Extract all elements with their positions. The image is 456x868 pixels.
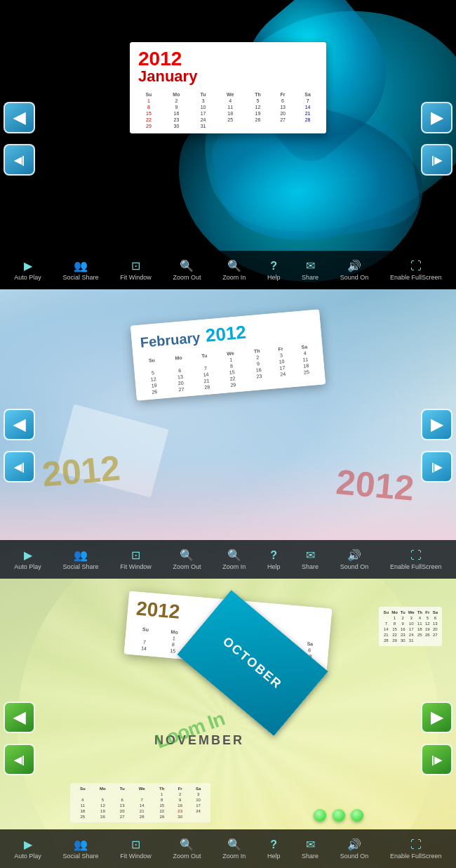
next-button-2[interactable]: ▶ [421,409,452,440]
play-icon-2 [24,548,32,562]
fit-window-icon-2: ⊡ [131,548,140,562]
toolbar-share-1[interactable]: ✉ Share [302,259,318,281]
toolbar-share-2[interactable]: ✉ Share [302,548,318,570]
share-icon-2: ✉ [306,548,315,562]
sound-icon-3: 🔊 [347,838,361,851]
zoomout-label-3: Zoom Out [173,853,201,860]
november-calendar: SuMoTuWeThFrSa 123 45678910 111213141516… [70,783,210,822]
panel-3: SuMoTuWeThFrSa 123456 78910111213 141516… [0,579,456,868]
last-button-1[interactable]: |▶ [421,144,452,176]
zoomin-label-2: Zoom In [222,563,246,570]
fullscreen-icon-3: ⛶ [410,839,422,851]
calendar-month-1: January [138,67,318,86]
zoom-in-icon-1: 🔍 [227,259,241,272]
toolbar-autoplay-2[interactable]: Auto Play [14,548,41,570]
prev-button-1[interactable]: ◀ [4,102,35,133]
toolbar-help-1[interactable]: ? Help [267,260,281,281]
toolbar-fullscreen-2[interactable]: ⛶ Enable FullScreen [390,549,442,570]
toolbar-fit-3[interactable]: ⊡ Fit Window [120,838,152,860]
toolbar-social-1[interactable]: 👥 Social Share [63,259,99,281]
calendar-year-2: 2012 [205,322,247,347]
first-button-3[interactable]: ◀| [4,744,35,775]
toolbar-autoplay-3[interactable]: Auto Play [14,838,41,860]
fit-window-icon-1: ⊡ [131,259,140,272]
help-icon-2: ? [270,549,277,562]
toolbar-zoomout-2[interactable]: 🔍 Zoom Out [173,548,201,570]
autoplay-label-2: Auto Play [14,563,41,570]
toolbar-1: Auto Play 👥 Social Share ⊡ Fit Window 🔍 … [0,251,456,289]
toolbar-autoplay-1[interactable]: Auto Play [14,259,41,281]
toolbar-2: Auto Play 👥 Social Share ⊡ Fit Window 🔍 … [0,540,456,579]
toolbar-sound-2[interactable]: 🔊 Sound On [340,548,369,570]
green-dot-3 [351,809,363,822]
toolbar-sound-1[interactable]: 🔊 Sound On [340,259,369,281]
next-button-3[interactable]: ▶ [421,702,452,733]
last-button-2[interactable]: |▶ [421,451,452,482]
panel-2: February 2012 SuMoTuWeThFrSa 1234 567891… [0,289,456,579]
prev-button-3[interactable]: ◀ [4,702,35,733]
fit-label-2: Fit Window [120,563,152,570]
small-calendar-right: SuMoTuWeThFrSa 123456 78910111213 141516… [379,607,442,646]
share-icon-1: ✉ [306,259,315,272]
zoom-out-icon-1: 🔍 [180,259,194,272]
toolbar-social-3[interactable]: 👥 Social Share [63,838,99,860]
toolbar-sound-3[interactable]: 🔊 Sound On [340,838,369,860]
help-label-3: Help [267,853,281,860]
fit-label-3: Fit Window [120,853,152,860]
toolbar-help-2[interactable]: ? Help [267,549,281,570]
sound-icon-1: 🔊 [347,259,361,272]
next-button-1[interactable]: ▶ [421,102,452,133]
toolbar-social-2[interactable]: 👥 Social Share [63,548,99,570]
prev-button-2[interactable]: ◀ [4,409,35,440]
social-label-3: Social Share [63,853,99,860]
autoplay-label-1: Auto Play [14,274,41,281]
zoomin-label-3: Zoom In [222,853,246,860]
toolbar-zoomout-1[interactable]: 🔍 Zoom Out [173,259,201,281]
green-dots-decoration [312,808,365,826]
toolbar-zoomout-3[interactable]: 🔍 Zoom Out [173,838,201,860]
toolbar-help-3[interactable]: ? Help [267,839,281,860]
toolbar-fit-1[interactable]: ⊡ Fit Window [120,259,152,281]
toolbar-fullscreen-3[interactable]: ⛶ Enable FullScreen [390,839,442,860]
fit-label-1: Fit Window [120,274,152,281]
zoomout-label-1: Zoom Out [173,274,201,281]
toolbar-zoomin-3[interactable]: 🔍 Zoom In [222,838,246,860]
help-label-1: Help [267,274,281,281]
social-share-icon-1: 👥 [74,259,88,272]
zoom-in-icon-2: 🔍 [227,548,241,562]
fullscreen-label-3: Enable FullScreen [390,853,442,860]
calendar-grid-1: SuMoTuWeThFrSa 1234567 891011121314 1516… [130,88,326,133]
help-label-2: Help [267,563,281,570]
help-icon-1: ? [270,260,277,272]
zoom-out-icon-2: 🔍 [180,548,194,562]
sound-label-1: Sound On [340,274,369,281]
zoom-in-icon-3: 🔍 [227,838,241,851]
year-watermark-2: 2012 [334,461,415,508]
panel-1: 2012 January SuMoTuWeThFrSa 1234567 8910… [0,0,456,289]
fullscreen-label-2: Enable FullScreen [390,563,442,570]
calendar-month-2: February [140,329,201,350]
fullscreen-icon-1: ⛶ [410,260,422,272]
toolbar-fullscreen-1[interactable]: ⛶ Enable FullScreen [390,260,442,281]
toolbar-share-3[interactable]: ✉ Share [302,838,318,860]
toolbar-zoomin-1[interactable]: 🔍 Zoom In [222,259,246,281]
social-label-2: Social Share [63,563,99,570]
first-button-2[interactable]: ◀| [4,451,35,482]
october-label: OCTOBER [220,634,286,692]
sound-label-2: Sound On [340,563,369,570]
calendar-card-1: 2012 January SuMoTuWeThFrSa 1234567 8910… [130,42,326,133]
last-button-3[interactable]: |▶ [421,744,452,775]
share-icon-3: ✉ [306,838,315,851]
year-watermark-1: 2012 [41,447,122,494]
share-label-1: Share [302,274,318,281]
social-share-icon-3: 👥 [74,838,88,851]
social-share-icon-2: 👥 [74,548,88,562]
sound-icon-2: 🔊 [347,548,361,562]
share-label-2: Share [302,563,318,570]
first-button-1[interactable]: ◀| [4,144,35,176]
toolbar-fit-2[interactable]: ⊡ Fit Window [120,548,152,570]
play-icon-1 [24,259,32,272]
sound-label-3: Sound On [340,853,369,860]
zoomout-label-2: Zoom Out [173,563,201,570]
toolbar-zoomin-2[interactable]: 🔍 Zoom In [222,548,246,570]
